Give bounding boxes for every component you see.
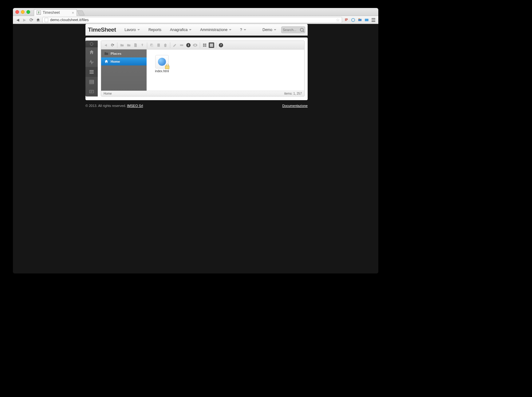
nav-forward-button[interactable]: ► [22,18,27,22]
fm-reload-button[interactable]: ⟳ [110,42,115,48]
sidebar-item-card[interactable] [85,87,98,96]
nav-lavoro[interactable]: Lavoro [121,24,144,36]
svg-rect-2 [359,18,360,19]
chevron-down-icon [189,29,191,30]
globe-icon [158,58,166,66]
lock-icon [165,65,169,69]
browser-tabbar: T Timesheet × [13,8,378,16]
nav-lavoro-label: Lavoro [124,28,136,32]
tab-favicon: T [37,10,41,15]
search-icon[interactable] [300,28,304,32]
window-controls [15,10,30,14]
footer-company-link[interactable]: IMSEO Srl [127,104,143,108]
svg-point-0 [352,18,355,22]
new-tab-button[interactable] [77,10,85,15]
svg-rect-28 [210,45,213,45]
fm-edit-button[interactable] [172,42,178,48]
fm-info-button[interactable]: i [186,42,191,48]
url-field[interactable]: demo.cloudsheet.it/files ☆ [42,17,342,23]
chevron-down-icon [244,29,246,30]
fm-rename-button[interactable] [179,42,184,48]
nav-home-button[interactable] [36,18,41,22]
svg-point-22 [195,45,196,46]
page-icon [45,18,48,22]
fm-grid-view-button[interactable] [202,42,207,48]
tab-close-icon[interactable]: × [72,10,74,15]
extension-icon-1[interactable] [351,18,356,22]
window-zoom-button[interactable] [26,10,30,14]
fm-status-path: Home [104,92,112,95]
nav-back-button[interactable]: ◄ [15,18,20,22]
extension-icon-3[interactable] [364,18,369,22]
tab-title: Timesheet [43,10,60,15]
app-brand: TimeSheet [88,26,116,33]
svg-rect-29 [210,46,213,46]
search-box[interactable] [281,26,305,33]
svg-rect-19 [157,43,160,47]
fm-delete-button[interactable] [163,42,168,48]
fm-sidebar: Places Home [101,49,147,91]
footer-docs-link[interactable]: Documentazione [282,104,308,108]
svg-point-4 [90,42,93,45]
url-text: demo.cloudsheet.it/files [50,18,89,22]
left-sidebar [85,41,98,96]
nav-demo[interactable]: Demo [259,24,280,36]
file-html-icon [155,55,169,69]
sidebar-item-home[interactable] [85,47,98,57]
nav-anagrafica[interactable]: Anagrafica [166,24,195,36]
fm-open-button[interactable] [119,42,125,48]
svg-rect-23 [203,43,205,45]
sidebar-item-files[interactable] [85,67,98,77]
chevron-down-icon [274,29,276,30]
file-manager-body: Places Home [101,49,304,91]
fm-preview-button[interactable] [192,42,198,48]
extension-ip-icon[interactable]: IP [344,18,349,22]
app-container: TimeSheet Lavoro Reports Anagrafica Ammi… [85,24,308,108]
file-name-label: index.html [152,69,172,73]
browser-window: T Timesheet × ◄ ► ⟳ demo.cloudsheet.it/f… [13,8,378,273]
nav-amministrazione[interactable]: Amministrazione [196,24,235,36]
fm-sidebar-places-label: Places [111,52,121,55]
window-close-button[interactable] [15,10,19,14]
fm-paste-button[interactable] [156,42,161,48]
nav-anagrafica-label: Anagrafica [170,28,187,32]
sidebar-item-calendar[interactable] [85,77,98,87]
app-header: TimeSheet Lavoro Reports Anagrafica Ammi… [85,24,308,36]
svg-rect-24 [205,43,207,45]
fm-status-bar: Home items: 1, 257 [101,91,304,96]
svg-rect-18 [151,44,153,47]
extension-icon-2[interactable] [357,18,362,22]
fm-newfolder-button[interactable] [126,42,132,48]
workspace: ◄ ⟳ [85,37,308,100]
file-manager-panel: ◄ ⟳ [101,41,305,96]
nav-reports[interactable]: Reports [145,24,165,36]
fm-list-view-button[interactable] [209,42,214,48]
chevron-down-icon [137,29,140,30]
search-input[interactable] [283,28,299,32]
browser-menu-button[interactable] [371,18,376,22]
browser-toolbar: ◄ ► ⟳ demo.cloudsheet.it/files ☆ IP [13,16,378,24]
fm-back-button[interactable]: ◄ [103,42,108,48]
fm-content-area[interactable]: index.html [147,49,304,91]
svg-rect-25 [203,45,205,47]
fm-sidebar-home-label: Home [111,60,120,63]
nav-reload-button[interactable]: ⟳ [29,18,34,22]
nav-help[interactable]: ? [236,24,250,36]
fm-help-button[interactable]: ? [218,42,224,48]
browser-tab[interactable]: T Timesheet × [34,9,77,16]
fm-upload-button[interactable] [140,42,145,48]
sidebar-tab-top[interactable] [85,41,98,47]
nav-reports-label: Reports [148,28,161,32]
sidebar-item-activity[interactable] [85,57,98,67]
page-viewport: TimeSheet Lavoro Reports Anagrafica Ammi… [13,24,378,273]
fm-sidebar-home[interactable]: Home [101,57,147,65]
fm-status-items: items: 1, 257 [284,92,302,95]
fm-copy-button[interactable] [149,42,155,48]
fm-newfile-button[interactable] [133,42,138,48]
bookmark-star-icon[interactable]: ☆ [336,18,340,22]
nav-demo-label: Demo [262,28,272,32]
file-item[interactable]: index.html [152,55,172,73]
nav-amministrazione-label: Amministrazione [200,28,227,32]
window-minimize-button[interactable] [21,10,25,14]
fm-sidebar-places[interactable]: Places [101,49,147,57]
